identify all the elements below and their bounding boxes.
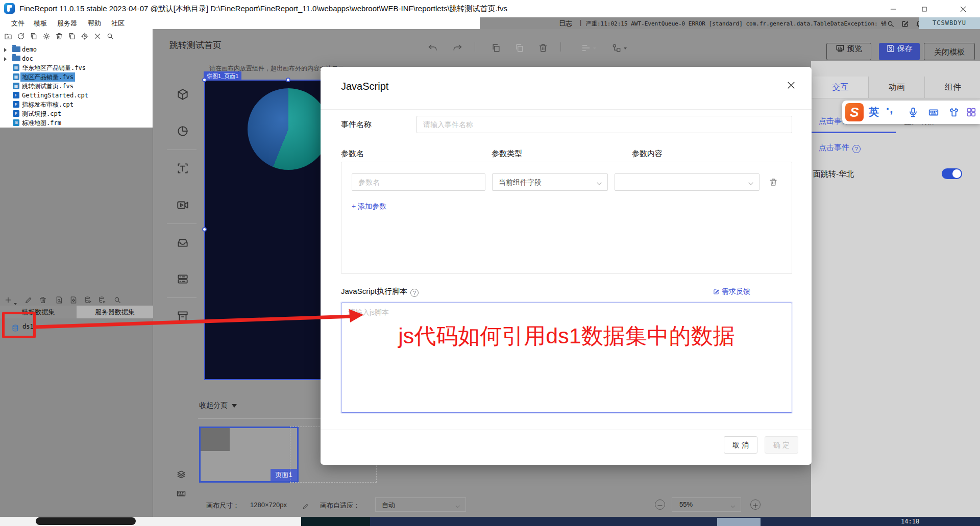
tree-item-doc[interactable]: doc [0, 54, 153, 63]
tree-item-cpt[interactable]: FGettingStarted.cpt [0, 91, 153, 100]
tab-animation[interactable]: 动画 [869, 77, 925, 98]
resize-handle[interactable] [286, 78, 290, 82]
search-icon[interactable] [887, 19, 895, 28]
param-content-header: 参数内容 [632, 149, 663, 159]
preview-dataset-icon[interactable] [55, 295, 63, 304]
delete-param-icon[interactable] [769, 177, 778, 187]
undo-icon[interactable] [428, 43, 438, 53]
ime-punctuation-toggle[interactable]: ·, [886, 103, 893, 116]
delete-icon[interactable] [55, 31, 63, 40]
mic-icon[interactable] [908, 107, 919, 118]
palette-tray-icon[interactable] [176, 236, 189, 249]
dataset-item-ds1[interactable]: ds1 [9, 321, 70, 332]
pie-chart[interactable] [248, 88, 329, 170]
param-content-select[interactable] [615, 173, 760, 191]
menu-help[interactable]: 帮助 [86, 19, 103, 28]
align-icon[interactable] [581, 43, 591, 53]
sogou-logo-icon[interactable]: S [845, 103, 864, 121]
new-folder-icon[interactable] [4, 31, 12, 40]
event-toggle-on[interactable] [942, 168, 962, 179]
param-type-select[interactable]: 当前组件字段 [492, 173, 608, 191]
zoom-out-button[interactable] [655, 499, 665, 510]
keyboard-icon[interactable] [928, 107, 939, 118]
help-circle-icon[interactable] [410, 289, 419, 297]
dialog-close-icon[interactable] [786, 80, 798, 92]
horizontal-scrollbar-thumb[interactable] [36, 517, 136, 525]
edit-dataset-icon[interactable] [24, 295, 33, 304]
tree-item-cpt[interactable]: F指标发布审核.cpt [0, 100, 153, 109]
zoom-in-button[interactable] [750, 499, 761, 510]
caret-icon[interactable] [4, 48, 7, 52]
tab-template-datasets[interactable]: 模板数据集 [0, 306, 77, 318]
add-param-link[interactable]: + 添加参数 [352, 202, 386, 211]
param-name-input[interactable] [352, 173, 485, 191]
tree-item-cpt[interactable]: F测试填报.cpt [0, 109, 153, 118]
add-dataset-icon[interactable] [4, 295, 12, 304]
paste-icon[interactable] [514, 43, 525, 53]
tab-interaction[interactable]: 交互 [813, 77, 869, 98]
settings-icon[interactable] [42, 31, 51, 40]
refresh-icon[interactable] [17, 31, 25, 40]
event-name-input[interactable] [416, 116, 792, 133]
close-window-button-icon[interactable] [955, 4, 971, 14]
menu-community[interactable]: 社区 [109, 19, 127, 28]
cancel-button[interactable]: 取 消 [724, 436, 757, 454]
locate-icon[interactable] [81, 31, 89, 40]
feedback-link[interactable]: 需求反馈 [713, 287, 750, 296]
tree-item-frm[interactable]: ⊞标准地图.frm [0, 118, 153, 128]
doc-edit-icon[interactable] [901, 19, 909, 28]
taskbar-item[interactable] [717, 518, 761, 526]
maximize-button-icon[interactable] [917, 4, 932, 14]
delete-dataset-icon[interactable] [39, 295, 47, 304]
caret-icon[interactable] [4, 57, 7, 61]
canvas-fit-select[interactable]: 自动 [375, 497, 466, 512]
ime-language-mode[interactable]: 英 [869, 105, 879, 119]
preview-button[interactable]: 预览 [826, 43, 871, 60]
page1-thumbnail[interactable]: 页面1 [199, 427, 299, 483]
palette-archive-box-icon[interactable] [176, 310, 189, 323]
menu-file[interactable]: 文件 [9, 19, 27, 28]
tree-item-fvs[interactable]: ▦华东地区产品销量.fvs [0, 63, 153, 72]
palette-layers-icon[interactable] [176, 469, 186, 480]
tree-item-fvs[interactable]: ▦跳转测试首页.fvs [0, 82, 153, 91]
toolbox-grid-icon[interactable] [966, 107, 977, 118]
edit-canvas-size-icon[interactable] [302, 501, 309, 510]
arrange-icon[interactable] [611, 43, 622, 53]
db-remove-icon[interactable] [98, 295, 106, 304]
ok-button-disabled[interactable]: 确 定 [765, 436, 798, 454]
close-template-button[interactable]: 关闭模板 [924, 43, 975, 60]
zoom-level-select[interactable]: 55% [672, 497, 741, 512]
skin-shirt-icon[interactable] [948, 107, 960, 118]
collapse-pages-control[interactable]: 收起分页 [199, 401, 237, 410]
save-button[interactable]: 保存 [879, 43, 920, 60]
resize-handle[interactable] [202, 78, 207, 82]
minimize-button-icon[interactable] [886, 4, 901, 14]
config-dataset-icon[interactable] [69, 295, 78, 304]
redo-icon[interactable] [452, 43, 462, 53]
resize-handle[interactable] [202, 227, 207, 232]
copy-template-icon[interactable] [30, 31, 38, 40]
tree-search-icon[interactable] [106, 31, 114, 40]
delete-widget-icon[interactable] [538, 43, 548, 53]
palette-pie-chart-icon[interactable] [176, 124, 189, 138]
copy-icon[interactable] [491, 43, 501, 53]
tab-server-datasets[interactable]: 服务器数据集 [77, 306, 153, 318]
log-label[interactable]: 日志 [559, 19, 572, 28]
palette-video-icon[interactable] [176, 198, 189, 212]
palette-3d-cube-icon[interactable] [176, 88, 189, 101]
collapse-icon[interactable] [93, 31, 102, 40]
db-run-icon[interactable] [84, 295, 92, 304]
palette-keyboard-icon[interactable] [176, 488, 186, 498]
palette-server-card-icon[interactable] [176, 272, 189, 286]
right-panel: 交互 动画 组件 点击事件 监控刷新 点击事件 面跳转-华北 [811, 61, 980, 517]
duplicate-icon[interactable] [68, 31, 76, 40]
script-textarea[interactable]: 请输入js脚本 [341, 303, 792, 413]
menu-server[interactable]: 服务器 [55, 19, 79, 28]
dataset-search-icon[interactable] [113, 295, 121, 304]
tree-item-demo[interactable]: demo [0, 45, 153, 54]
help-circle-icon[interactable] [852, 145, 861, 153]
tree-item-fvs-selected[interactable]: ▦地区产品销量.fvs [0, 72, 153, 82]
tab-component[interactable]: 组件 [925, 77, 980, 98]
menu-template[interactable]: 模板 [32, 19, 49, 28]
palette-text-box-icon[interactable] [176, 162, 189, 175]
